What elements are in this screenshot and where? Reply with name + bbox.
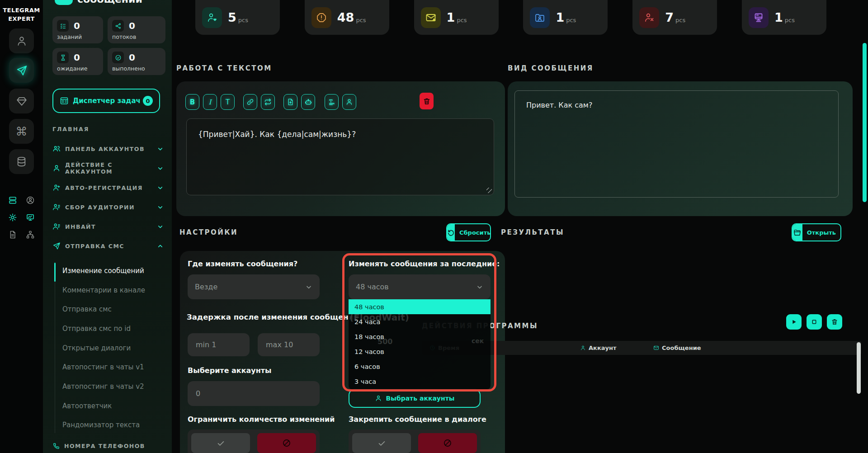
- stat-label: потоков: [112, 33, 161, 40]
- period-option-24h[interactable]: 24 часа: [349, 314, 491, 329]
- chevron-down-icon: [157, 165, 164, 172]
- person-list-icon: [52, 222, 61, 231]
- person-icon: [345, 98, 353, 106]
- submenu-item-send-sms[interactable]: Отправка смс: [62, 304, 112, 314]
- link-button[interactable]: [243, 94, 257, 110]
- text-style-button[interactable]: T: [221, 94, 235, 110]
- stat-value: 0: [129, 52, 135, 63]
- page-scrollbar[interactable]: [863, 43, 867, 202]
- page-title-partial: сообщений: [77, 0, 142, 5]
- submenu-item-autoresponder[interactable]: Автоответчик: [62, 401, 112, 411]
- person-icon: [52, 164, 61, 172]
- block-icon: [443, 439, 452, 448]
- sidebar-stats: 0 заданий 0 потоков 0 ожидание 0 выполне…: [52, 16, 165, 75]
- monitor-chart-icon[interactable]: [25, 212, 35, 222]
- icon-rail: TELEGRAM EXPERT ⌘: [0, 0, 43, 453]
- sidebar-item-invite[interactable]: ИНВАЙТ: [52, 220, 164, 233]
- period-select[interactable]: 48 часов: [349, 274, 491, 299]
- sidebar-item-send-sms[interactable]: ОТПРАВКА СМС: [52, 239, 164, 253]
- sidebar-item-auto-registration[interactable]: АВТО-РЕГИСТРАЦИЯ: [52, 181, 164, 194]
- stat-value: 0: [74, 52, 80, 63]
- pin-yes-button[interactable]: [352, 433, 411, 453]
- document-icon[interactable]: [8, 230, 18, 240]
- pin-no-button[interactable]: [418, 433, 477, 453]
- sidebar-item-accounts-panel[interactable]: ПАНЕЛЬ АККАУНТОВ: [52, 142, 164, 156]
- delay-min-input[interactable]: min 1: [188, 333, 250, 356]
- sidebar-item-audience[interactable]: СБОР АУДИТОРИИ: [52, 200, 164, 214]
- user-x-icon: [639, 7, 659, 28]
- period-option-6h[interactable]: 6 часов: [349, 359, 491, 374]
- rail-command-button[interactable]: ⌘: [9, 119, 34, 144]
- submenu-item-channel-comments[interactable]: Комментарии в канале: [62, 285, 145, 295]
- submenu-item-autoposting-v1[interactable]: Автопостинг в чаты v1: [62, 362, 144, 372]
- submenu-item-text-randomizer[interactable]: Рандомизатор текста: [62, 420, 140, 430]
- chevron-down-icon: [157, 146, 164, 152]
- person-plus-icon: [52, 184, 61, 192]
- send-icon: [52, 242, 61, 250]
- select-accounts-button[interactable]: Выбрать аккаунты: [349, 389, 481, 408]
- task-manager-badge: 0: [143, 96, 153, 106]
- text-template-button[interactable]: [325, 94, 339, 110]
- bot-button[interactable]: [301, 94, 315, 110]
- accounts-count-input[interactable]: 0: [188, 381, 320, 406]
- limit-yes-button[interactable]: [191, 433, 250, 453]
- text-section-title: РАБОТА С ТЕКСТОМ: [176, 64, 272, 72]
- open-results-button[interactable]: Открыть: [792, 223, 841, 241]
- clear-log-button[interactable]: [827, 314, 842, 330]
- period-option-3h[interactable]: 3 часа: [349, 374, 491, 389]
- where-select[interactable]: Везде: [188, 274, 320, 299]
- submenu-item-open-dialogs[interactable]: Открытые диалоги: [62, 343, 131, 353]
- start-button[interactable]: [786, 314, 802, 330]
- stat-card-warnings: 48 pcs: [305, 0, 389, 35]
- bold-button[interactable]: B: [185, 94, 199, 110]
- message-template-textarea[interactable]: {Привет|Хай}. Как {дела|сам|жизнь}?: [186, 118, 494, 195]
- task-window-icon: [60, 96, 69, 105]
- actions-table-scrollbar[interactable]: [857, 342, 861, 394]
- check-icon: [377, 439, 386, 448]
- repeat-button[interactable]: [261, 94, 275, 110]
- period-option-12h[interactable]: 12 часов: [349, 344, 491, 359]
- repeat-icon: [264, 98, 272, 106]
- rail-accounts-button[interactable]: [9, 28, 34, 53]
- person-circle-icon[interactable]: [25, 195, 35, 205]
- logo-line1: TELEGRAM: [0, 6, 43, 15]
- limit-no-button[interactable]: [257, 433, 316, 453]
- mention-button[interactable]: [342, 94, 356, 110]
- settings-panel: Где изменять сообщения? Везде Задержка п…: [180, 251, 505, 453]
- delay-label: Задержка после изменения сообщения: [187, 313, 359, 321]
- send-icon: [16, 65, 28, 76]
- reset-button[interactable]: Сбросить: [446, 223, 491, 241]
- server-check-icon[interactable]: [8, 195, 18, 205]
- resize-handle[interactable]: [486, 188, 492, 193]
- stop-button[interactable]: [807, 314, 822, 330]
- robot-icon: [304, 98, 312, 106]
- clear-text-button[interactable]: [420, 93, 434, 109]
- document-insert-button[interactable]: [283, 94, 297, 110]
- column-message: Сообщение: [653, 344, 701, 351]
- submenu-item-autoposting-v2[interactable]: Автопостинг в чаты v2: [62, 382, 144, 392]
- mail-icon: [653, 345, 659, 351]
- pc-network-icon: [749, 7, 769, 28]
- sidebar-item-account-action[interactable]: ДЕЙСТВИЕ С АККАУНТОМ: [52, 161, 164, 175]
- stat-label: заданий: [57, 33, 99, 40]
- period-option-18h[interactable]: 18 часов: [349, 329, 491, 344]
- italic-button[interactable]: I: [203, 94, 217, 110]
- submenu-guide-line: [55, 262, 55, 433]
- section-label-main: ГЛАВНАЯ: [52, 126, 89, 132]
- nodes-icon[interactable]: [25, 230, 35, 240]
- chevron-down-icon: [157, 223, 164, 230]
- rail-send-button[interactable]: [9, 58, 34, 83]
- task-manager-button[interactable]: Диспетчер задач 0: [52, 89, 160, 113]
- period-option-48h[interactable]: 48 часов: [349, 299, 491, 314]
- text-lines-icon: [328, 99, 335, 106]
- page-title-toggle[interactable]: [55, 0, 73, 5]
- chevron-down-icon: [157, 204, 164, 211]
- rail-premium-button[interactable]: [9, 89, 34, 113]
- delay-max-input[interactable]: max 10: [258, 333, 320, 356]
- submenu-item-send-sms-by-id[interactable]: Отправка смс по id: [62, 324, 131, 334]
- sidebar-item-phone-numbers[interactable]: НОМЕРА ТЕЛЕФОНОВ: [52, 442, 145, 450]
- submenu-item-edit-messages[interactable]: Изменение сообщений: [62, 266, 144, 276]
- rail-database-button[interactable]: [9, 149, 34, 174]
- gear-icon[interactable]: [8, 212, 18, 222]
- settings-title: НАСТРОЙКИ: [179, 228, 238, 236]
